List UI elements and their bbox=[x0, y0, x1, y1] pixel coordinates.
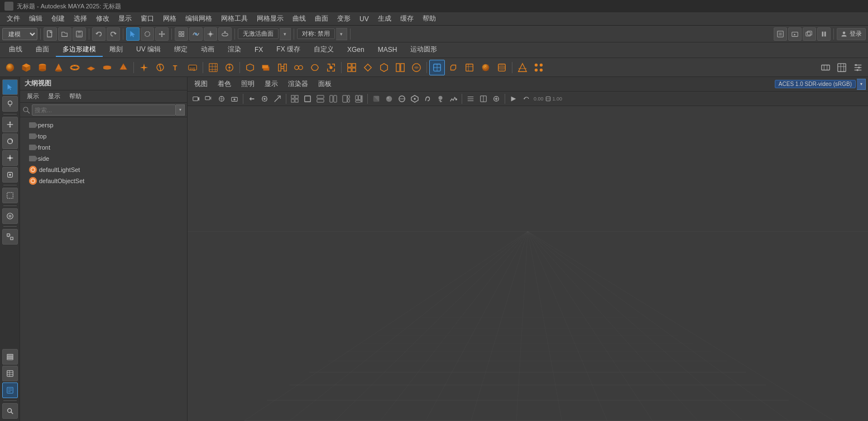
tab-fx-cache[interactable]: FX 缓存 bbox=[270, 43, 307, 57]
tab-fx[interactable]: FX bbox=[248, 44, 270, 56]
tab-mash[interactable]: MASH bbox=[371, 44, 404, 56]
tool-right-2[interactable] bbox=[834, 60, 850, 75]
vp-split-h[interactable] bbox=[314, 93, 327, 105]
snap-point-btn[interactable] bbox=[204, 27, 217, 41]
vp-opt-2[interactable] bbox=[477, 93, 490, 105]
tree-item-top[interactable]: top bbox=[20, 131, 187, 142]
sphere-tool-btn[interactable] bbox=[2, 60, 18, 75]
vp-grid-btn[interactable] bbox=[289, 93, 301, 105]
tool-right-3[interactable] bbox=[850, 60, 866, 75]
tool-right-1[interactable] bbox=[818, 60, 833, 75]
vp-menu-lighting[interactable]: 照明 bbox=[237, 78, 259, 90]
bridge-btn[interactable] bbox=[275, 60, 290, 75]
menu-window[interactable]: 窗口 bbox=[136, 13, 159, 25]
menu-create[interactable]: 创建 bbox=[47, 13, 69, 25]
search-vtool[interactable] bbox=[2, 403, 18, 419]
select-tool-vtool[interactable] bbox=[2, 79, 18, 95]
display-layers-vtool[interactable] bbox=[2, 349, 18, 365]
open-file-btn[interactable] bbox=[58, 27, 71, 41]
rotate-vtool[interactable] bbox=[2, 133, 18, 149]
text-tool-btn[interactable]: T bbox=[169, 60, 184, 75]
tab-polygon[interactable]: 多边形建模 bbox=[56, 43, 103, 57]
menu-deform[interactable]: 变形 bbox=[333, 13, 355, 25]
star-tool-btn[interactable] bbox=[136, 60, 152, 75]
menu-mesh-tools[interactable]: 网格工具 bbox=[217, 13, 252, 25]
snap-vtool[interactable] bbox=[2, 229, 18, 245]
cylinder-tool-btn[interactable] bbox=[35, 60, 50, 75]
svg-tool-btn[interactable]: svg bbox=[185, 60, 200, 75]
vp-menu-show[interactable]: 显示 bbox=[260, 78, 282, 90]
tab-sculpt[interactable]: 雕刻 bbox=[103, 43, 130, 57]
menu-cache[interactable]: 缓存 bbox=[396, 13, 418, 25]
platonic-tool-btn[interactable] bbox=[116, 60, 131, 75]
tool-d[interactable] bbox=[392, 60, 408, 75]
snap-surface-btn[interactable] bbox=[218, 27, 232, 41]
disk-tool-btn[interactable] bbox=[99, 60, 115, 75]
pair-arrow[interactable]: ▾ bbox=[336, 28, 347, 40]
vp-menu-panels[interactable]: 面板 bbox=[314, 78, 336, 90]
outliner-menu-show[interactable]: 展示 bbox=[22, 91, 44, 102]
cone-tool-btn[interactable] bbox=[51, 60, 66, 75]
login-btn[interactable]: 登录 bbox=[837, 28, 866, 40]
vp-shading-3[interactable] bbox=[396, 93, 408, 105]
tool-f[interactable] bbox=[445, 60, 461, 75]
paint-select-vtool[interactable] bbox=[2, 96, 18, 112]
rect-select-vtool[interactable] bbox=[2, 188, 18, 203]
menu-curves[interactable]: 曲线 bbox=[288, 13, 310, 25]
soft-select-vtool[interactable] bbox=[2, 208, 18, 224]
vp-menu-shading[interactable]: 着色 bbox=[213, 78, 236, 90]
tab-uv[interactable]: UV 编辑 bbox=[130, 43, 167, 57]
save-file-btn[interactable] bbox=[73, 27, 86, 41]
vp-opt-3[interactable] bbox=[490, 93, 502, 105]
tree-item-side[interactable]: side bbox=[20, 153, 187, 164]
vp-split-4[interactable] bbox=[353, 93, 365, 105]
aces-arrow[interactable]: ▾ bbox=[857, 79, 866, 90]
pair-label[interactable]: 对称: 禁用 bbox=[297, 28, 335, 39]
snap-grid-btn[interactable] bbox=[175, 27, 188, 41]
redo-btn[interactable] bbox=[107, 27, 120, 41]
pause-render-btn[interactable] bbox=[817, 27, 831, 41]
tree-item-front[interactable]: front bbox=[20, 142, 187, 153]
vp-nav-1[interactable] bbox=[246, 93, 258, 105]
tab-animation[interactable]: 动画 bbox=[194, 43, 221, 57]
outliner-menu-display[interactable]: 显示 bbox=[44, 91, 65, 102]
tool-h[interactable] bbox=[478, 60, 493, 75]
universal-vtool[interactable] bbox=[2, 167, 18, 183]
viewport-canvas[interactable] bbox=[188, 106, 868, 421]
vp-split-3[interactable] bbox=[340, 93, 352, 105]
lasso-select-btn[interactable] bbox=[141, 27, 154, 41]
vp-menu-view[interactable]: 视图 bbox=[190, 78, 212, 90]
menu-uv[interactable]: UV bbox=[355, 14, 373, 24]
active-surface-arrow[interactable]: ▾ bbox=[280, 28, 291, 40]
tab-xgen[interactable]: XGen bbox=[341, 44, 371, 56]
helix-tool-btn[interactable] bbox=[152, 60, 168, 75]
vp-shading-2[interactable] bbox=[383, 93, 395, 105]
vp-shading-4[interactable] bbox=[409, 93, 421, 105]
smooth-btn[interactable] bbox=[307, 60, 323, 75]
tab-render[interactable]: 渲染 bbox=[221, 43, 248, 57]
merge-btn[interactable] bbox=[291, 60, 306, 75]
attr-editor-vtool[interactable] bbox=[2, 382, 18, 398]
vp-single-btn[interactable] bbox=[301, 93, 314, 105]
tool-i[interactable] bbox=[494, 60, 510, 75]
tree-item-lightset[interactable]: defaultLightSet bbox=[20, 164, 187, 175]
select-tool-btn[interactable] bbox=[126, 27, 140, 41]
aces-label[interactable]: ACES 1.0 SDR-video (sRGB) bbox=[775, 80, 856, 88]
vp-nav-2[interactable] bbox=[258, 93, 271, 105]
vp-cam-4[interactable] bbox=[228, 93, 241, 105]
tool-b[interactable] bbox=[360, 60, 376, 75]
mode-selector[interactable]: 建模 装备 动画 FX 渲染 XGen bbox=[2, 28, 37, 40]
active-tool-1[interactable] bbox=[429, 60, 445, 75]
cube-tool-btn[interactable] bbox=[18, 60, 34, 75]
outliner-search-input[interactable] bbox=[32, 104, 176, 116]
grid3x3-btn[interactable] bbox=[205, 60, 221, 75]
undo-btn[interactable] bbox=[92, 27, 105, 41]
vp-play-1[interactable] bbox=[507, 93, 520, 105]
tab-surfaces[interactable]: 曲面 bbox=[29, 43, 56, 57]
bevel-btn[interactable] bbox=[242, 60, 258, 75]
menu-select[interactable]: 选择 bbox=[69, 13, 92, 25]
tool-e[interactable] bbox=[409, 60, 424, 75]
vp-shading-5[interactable] bbox=[421, 93, 434, 105]
menu-mesh[interactable]: 网格 bbox=[159, 13, 181, 25]
tool-c[interactable] bbox=[376, 60, 392, 75]
